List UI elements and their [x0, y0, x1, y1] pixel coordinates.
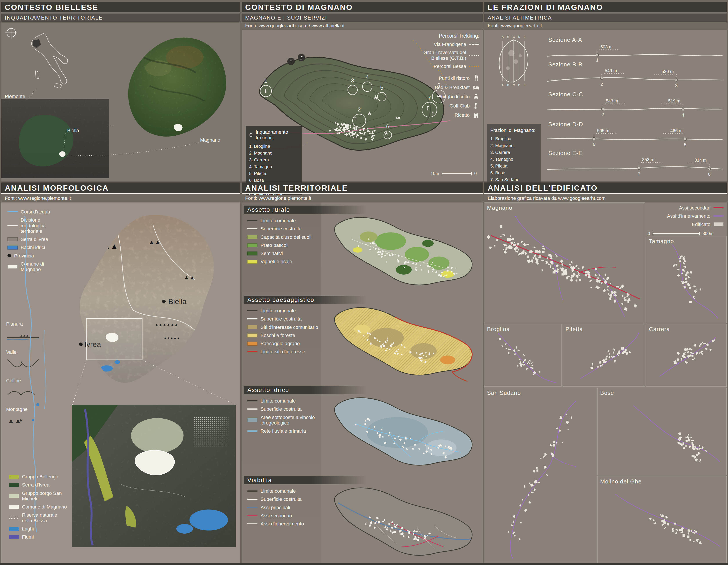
svg-text:D: D — [518, 35, 520, 38]
frazione-list-item: 4. Tamagno — [249, 163, 298, 170]
legend-label: Assi secondari — [261, 513, 292, 518]
inset-legend: Gruppo Bollengo Serra d'Ivrea Gruppo bor… — [9, 474, 68, 540]
legend-swatch — [247, 342, 257, 346]
piemonte-region-shape — [33, 39, 41, 48]
assetto-rurale-legend: Limite comunaleSuperficie costruitaCapac… — [247, 218, 320, 264]
sezione-dd-label: Sezione D-D — [548, 121, 583, 128]
right-source: Fonti: www.googleearth.it — [488, 23, 542, 29]
legend-label: Comune di Magnano — [22, 504, 67, 510]
territorial-analysis-source-bar: Fonti: www.regione.piemonte.it — [242, 195, 483, 202]
poi-legend: Punti di ristoro Bed & Breakfast Luoghi … — [407, 75, 479, 118]
magnano-label: Magnano — [200, 137, 220, 143]
frazione-list-item: 5. Piletta — [490, 163, 537, 169]
poi-label: Bed & Breakfast — [435, 85, 470, 90]
trekking-legend-header: Percorsi Trekking: — [407, 33, 479, 39]
middle-title-bar: CONTESTO DI MAGNANO — [242, 2, 483, 13]
frazioni-box-title: Inquadramento frazioni : — [256, 129, 298, 141]
poi-icon — [473, 102, 479, 109]
magnano-footprint-map — [484, 203, 645, 323]
edificato-panel-magnano: Magnano — [484, 202, 645, 323]
route-label: Percorsi Bessa — [434, 63, 466, 69]
legend-swatch — [247, 431, 257, 432]
svg-text:C: C — [513, 35, 515, 38]
legend-item: Comune di Magnano — [9, 504, 68, 510]
right-source-bar: Fonti: www.googleearth.it — [484, 22, 727, 29]
frazione-list-item: 1. Broglina — [490, 135, 537, 142]
scale-bar-line — [442, 173, 472, 174]
building-footprints — [590, 347, 631, 369]
section-assetto-rurale: Assetto rurale Limite comunaleSuperficie… — [242, 202, 483, 293]
sezione-bb-label: Sezione B-B — [548, 61, 583, 68]
right-title: LE FRAZIONI DI MAGNANO — [488, 3, 603, 12]
morphology-source: Fonti: www.regione.piemonte.it — [5, 195, 71, 201]
legend-item: Siti d'interesse comunitario — [247, 325, 320, 330]
poi-icon — [473, 112, 479, 118]
poi-legend-item: Golf Club — [407, 102, 479, 109]
legend-swatch — [247, 325, 257, 329]
svg-text:543 m: 543 m — [606, 98, 618, 103]
elevation-profile-cc: 543 m 2 519 m 4 — [547, 98, 723, 120]
legend-item: Limite comunale — [247, 218, 320, 223]
svg-text:549 m: 549 m — [605, 69, 617, 73]
legend-item: Capacità d'uso dei suoli — [247, 234, 320, 240]
broglina-footprint-map — [484, 324, 561, 387]
territorial-frame-panel: Piemonte Biella — [1, 23, 240, 181]
route-swatch — [469, 66, 479, 67]
poi-label: Luoghi di culto — [438, 94, 470, 99]
altimetric-panel: A B C D E A B C D E Sezione A-A 503 m 1 — [484, 30, 727, 181]
legend-label: Superficie costruita — [261, 316, 302, 322]
legend-item: Superficie costruita — [247, 316, 320, 322]
lake-shape — [189, 510, 228, 531]
mountain-glyphs: ▲▲▲ — [96, 242, 118, 250]
panel-label-bose: Bose — [600, 390, 614, 396]
legend-label: Laghi — [22, 526, 34, 532]
panel-label-magnano: Magnano — [487, 204, 512, 211]
legend-label: Riserva naturale della Bessa — [22, 512, 68, 523]
legend-item: Assi d'innervamento — [247, 521, 320, 527]
legend-swatch — [247, 515, 257, 516]
legend-label: Assi d'innervamento — [667, 213, 710, 219]
middle-subtitle-bar: MAGNANO E I SUOI SERVIZI — [242, 14, 483, 22]
legend-item: Aree sottoposte a vincolo idrogeologico — [247, 415, 320, 426]
legend-swatch — [9, 494, 19, 498]
territorial-analysis-source: Fonti: www.regione.piemonte.it — [245, 195, 311, 201]
legend-swatch — [9, 527, 19, 531]
edificato-scale-bar: 0 300m — [648, 231, 714, 236]
left-title-bar: CONTESTO BIELLESE — [1, 2, 240, 13]
frazione-list-item: 7. San Sudario — [490, 176, 537, 183]
svg-text:1: 1 — [596, 58, 598, 62]
legend-swatch — [247, 235, 257, 239]
legend-swatch — [7, 211, 18, 212]
building-footprints — [677, 432, 707, 462]
legend-label: Vigneti e risaie — [261, 259, 292, 264]
assetto-idrico-title: Assetto idrico — [247, 387, 289, 394]
svg-text:4: 4 — [682, 112, 684, 117]
morphology-title-bar: ANALISI MORFOLOGICA — [1, 182, 240, 194]
legend-item: Limite siti d'interesse — [247, 349, 320, 355]
legend-swatch — [247, 220, 257, 221]
piletta-footprint-map — [563, 324, 645, 387]
edificato-title-bar: ANALISI DELL'EDIFICATO — [484, 182, 727, 194]
legend-item: Riserva naturale della Bessa — [9, 512, 68, 523]
svg-text:314 m: 314 m — [694, 158, 707, 162]
legend-item: Prato pascoli — [247, 242, 320, 248]
magnano-inset-satellite — [72, 405, 236, 547]
route-legend-item: Gran Traversata del Biellese (G.T.B.) — [407, 50, 479, 61]
bottom-edge-strip — [0, 563, 728, 565]
legend-swatch — [247, 351, 257, 353]
legend-swatch — [7, 254, 11, 257]
viabilita-map — [322, 474, 481, 562]
trekking-legend: Percorsi Trekking: Via Francigena Gran T… — [407, 33, 479, 118]
legend-label: Rete fluviale primaria — [261, 428, 306, 434]
edificato-panel-carrera: Carrera — [646, 324, 727, 387]
svg-text:520 m: 520 m — [661, 69, 674, 74]
legend-label: Superficie costruita — [261, 406, 302, 412]
legend-swatch — [247, 499, 257, 500]
legend-label: Limite comunale — [261, 398, 296, 404]
legend-item: Rete fluviale primaria — [247, 428, 320, 434]
territorial-analysis-title-bar: ANALISI TERRITORIALE — [242, 182, 483, 194]
legend-item: Gruppo borgo San Michele — [9, 491, 68, 502]
viabilita-title: Viabilità — [247, 477, 272, 484]
legend-swatch — [247, 507, 257, 508]
svg-text:2: 2 — [601, 112, 604, 117]
